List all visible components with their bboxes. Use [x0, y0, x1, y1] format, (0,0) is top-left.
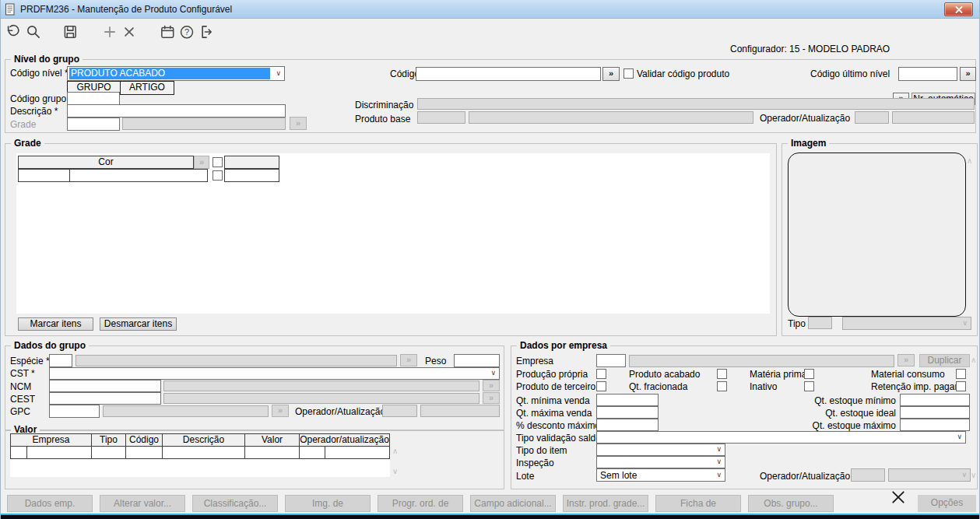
inativo-checkbox[interactable] [804, 381, 814, 391]
discriminacao-label: Discriminação [355, 100, 413, 110]
progr-ord-de-prod-button[interactable]: Progr. ord. de prod... [378, 495, 463, 512]
lote-combobox[interactable]: Sem lote ∨ [596, 468, 725, 482]
search-button[interactable] [25, 23, 42, 40]
codigo-nivel-value: PRODUTO ACABADO [69, 68, 270, 79]
save-button[interactable] [61, 23, 79, 40]
validar-codigo-checkbox[interactable] [623, 68, 634, 79]
codigo-input[interactable] [416, 67, 601, 81]
valor-cell-valor[interactable] [244, 446, 300, 459]
material-consumo-checkbox[interactable] [956, 369, 966, 379]
retencao-imp-pagar-checkbox[interactable] [956, 381, 966, 391]
inspecao-combobox[interactable]: ∨ [596, 456, 725, 468]
app-window: PRDFM236 - Manutenção de Produto Configu… [0, 0, 980, 519]
especie-code-input[interactable] [49, 354, 72, 367]
tab-artigo[interactable]: ARTIGO [120, 81, 174, 95]
valor-cell-atualizacao[interactable] [325, 446, 390, 459]
titlebar: PRDFM236 - Manutenção de Produto Configu… [1, 0, 979, 19]
ncm-more-button: » [483, 380, 500, 391]
cest-label: CEST [10, 394, 35, 405]
valor-scroll-down-icon[interactable]: ∨ [392, 468, 398, 475]
grade-header-checkbox[interactable] [213, 157, 223, 167]
de-operador-input [851, 468, 885, 482]
producao-propria-checkbox[interactable] [596, 369, 606, 379]
peso-input[interactable] [454, 354, 500, 367]
undo-button[interactable] [5, 23, 22, 40]
grade-more-button: » [290, 117, 307, 130]
valor-col-codigo[interactable]: Código [125, 433, 163, 447]
marcar-itens-button[interactable]: Marcar itens [18, 317, 93, 331]
materia-prima-checkbox[interactable] [804, 369, 814, 379]
valor-scroll-up-icon[interactable]: ∧ [392, 447, 398, 455]
obs-grupo-button[interactable]: Obs. grupo... [748, 495, 834, 512]
tipo-validacao-saldo-combobox[interactable]: ∨ [596, 431, 966, 444]
ficha-de-consumo-button[interactable]: Ficha de Consumo... [655, 495, 741, 512]
valor-cell-operador[interactable] [299, 446, 325, 459]
desmarcar-itens-button[interactable]: Desmarcar itens [100, 317, 177, 331]
cst-combobox[interactable]: ∨ [49, 367, 500, 380]
gpc-input[interactable] [49, 405, 100, 418]
dados-emp-grade-button[interactable]: Dados emp. grade... [7, 495, 93, 512]
help-button[interactable]: ? [178, 23, 195, 40]
grade-code-input[interactable] [67, 117, 120, 131]
codigo-ultimo-nivel-more-button[interactable]: » [960, 67, 976, 81]
classificacao-button[interactable]: Classificação... [192, 495, 278, 512]
valor-cell-codigo[interactable] [125, 446, 163, 459]
valor-col-valor[interactable]: Valor [244, 433, 300, 447]
valor-row-indicator-cell[interactable] [10, 446, 27, 459]
codigo-more-button[interactable]: » [602, 67, 620, 81]
valor-col-tipo[interactable]: Tipo [91, 433, 126, 447]
qt-minima-venda-input[interactable] [596, 394, 659, 406]
imagem-legend: Imagem [788, 139, 829, 149]
grade-row-checkbox[interactable] [213, 170, 223, 181]
qt-fracionada-checkbox[interactable] [717, 381, 727, 391]
qt-estoque-maximo-input[interactable] [900, 419, 970, 431]
produto-acabado-checkbox[interactable] [717, 369, 727, 379]
empresa-scroll-up-icon[interactable]: ∧ [971, 356, 976, 364]
calendar-button[interactable] [159, 23, 176, 40]
descricao-input[interactable] [67, 104, 286, 117]
qt-estoque-minimo-input[interactable] [900, 394, 970, 406]
grade-size-column-header[interactable] [224, 156, 279, 169]
valor-cell-descricao[interactable] [162, 446, 245, 459]
tipo-label: Tipo [788, 318, 806, 329]
campo-adicional-button[interactable]: Campo adicional... [470, 495, 556, 512]
save-icon [61, 23, 79, 40]
codigo-grupo-input[interactable] [67, 92, 120, 105]
delete-button[interactable] [121, 23, 138, 40]
grade-cor-column-header[interactable]: Cor [18, 156, 194, 169]
empresa-code-input[interactable] [596, 354, 626, 367]
operador-input [855, 111, 889, 124]
grade-cell-cor[interactable] [69, 169, 208, 182]
discriminacao-input [417, 98, 975, 110]
alterar-valor-button[interactable]: Alterar valor... [100, 495, 185, 512]
codigo-nivel-combobox[interactable]: PRODUTO ACABADO ∨ [67, 66, 285, 81]
image-scroll-up-icon[interactable]: ∧ [967, 157, 972, 165]
exit-button[interactable] [197, 23, 214, 40]
tipo-do-item-combobox[interactable]: ∨ [596, 444, 725, 456]
valor-col-operador[interactable]: Operador/atualização [299, 433, 390, 447]
desconto-maximo-label: % desconto máximo [516, 420, 600, 431]
desconto-maximo-input[interactable] [596, 419, 659, 431]
qt-estoque-ideal-input[interactable] [900, 406, 970, 419]
cest-input[interactable] [49, 392, 161, 405]
grade-cell-code[interactable] [18, 169, 70, 182]
cancel-x-icon[interactable] [890, 489, 907, 506]
configurador-label: Configurador: 15 - MODELO PADRAO [730, 44, 890, 54]
cest-desc-input [163, 393, 479, 404]
img-de-prod-grupo-button[interactable]: Img. de prod/grupo... [285, 495, 371, 512]
ncm-input[interactable] [49, 380, 161, 392]
valor-col-empresa[interactable]: Empresa [10, 433, 92, 447]
close-button[interactable] [944, 2, 973, 16]
grade-cell-size[interactable] [224, 169, 279, 182]
valor-cell-tipo[interactable] [91, 446, 126, 459]
qt-maxima-venda-input[interactable] [596, 406, 659, 419]
valor-cell-empresa[interactable] [26, 446, 92, 459]
codigo-ultimo-nivel-input[interactable] [898, 67, 957, 81]
opcoes-button[interactable]: Opções [918, 495, 976, 512]
valor-col-descricao[interactable]: Descrição [162, 433, 245, 447]
add-button[interactable] [101, 23, 118, 40]
instr-prod-grade-button[interactable]: Instr. prod. grade... [563, 495, 648, 512]
produto-terceiro-checkbox[interactable] [596, 381, 606, 391]
empresa-desc-input [629, 355, 894, 367]
empresa-scroll-down-icon[interactable]: ∨ [971, 472, 976, 479]
